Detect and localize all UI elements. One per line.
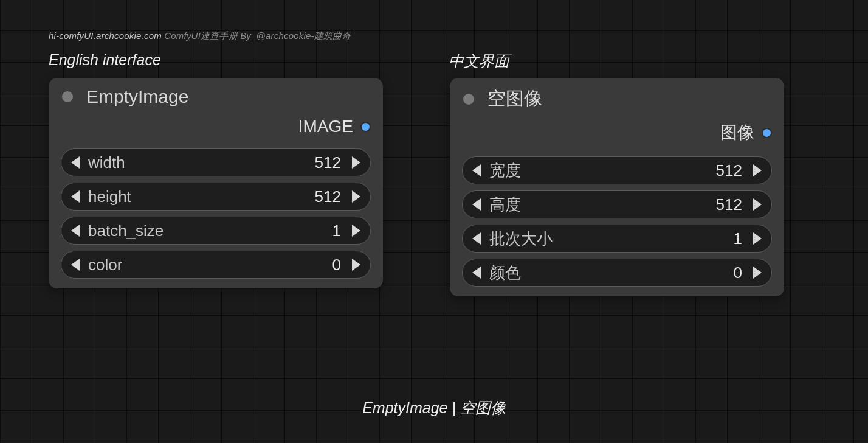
decrement-arrow-icon[interactable] [71, 156, 80, 169]
widget-label: height [88, 187, 131, 206]
section-label-chinese: 中文界面 [449, 51, 509, 71]
output-label: IMAGE [298, 117, 353, 136]
output-port-icon[interactable] [762, 128, 772, 138]
widget-color[interactable]: 颜色 0 [462, 259, 772, 287]
widget-color[interactable]: color 0 [61, 251, 371, 279]
widget-batch-size[interactable]: 批次大小 1 [462, 225, 772, 253]
watermark-domain: hi-comfyUI.archcookie.com [49, 30, 162, 41]
decrement-arrow-icon[interactable] [472, 198, 481, 211]
increment-arrow-icon[interactable] [352, 156, 360, 169]
decrement-arrow-icon[interactable] [472, 232, 481, 245]
increment-arrow-icon[interactable] [753, 232, 762, 245]
output-row: IMAGE [49, 113, 383, 142]
increment-arrow-icon[interactable] [753, 164, 762, 176]
increment-arrow-icon[interactable] [352, 190, 360, 203]
decrement-arrow-icon[interactable] [71, 259, 80, 271]
widget-value[interactable]: 512 [137, 187, 341, 206]
widget-value[interactable]: 0 [128, 256, 341, 274]
widget-label: batch_size [88, 221, 164, 240]
widget-height[interactable]: height 512 [61, 183, 371, 211]
output-port-icon[interactable] [360, 122, 371, 132]
watermark-text: hi-comfyUI.archcookie.com ComfyUI速查手册 By… [49, 30, 351, 42]
node-emptyimage-zh[interactable]: 空图像 图像 宽度 512 高度 512 批次大小 1 颜色 0 [450, 78, 784, 296]
node-header[interactable]: 空图像 [450, 78, 784, 117]
widget-label: 批次大小 [489, 228, 553, 249]
widget-height[interactable]: 高度 512 [462, 190, 772, 218]
increment-arrow-icon[interactable] [352, 259, 360, 271]
widget-label: color [88, 256, 122, 274]
decrement-arrow-icon[interactable] [71, 225, 80, 237]
widget-value[interactable]: 1 [559, 229, 742, 248]
status-dot-icon [62, 91, 73, 102]
watermark-rest: ComfyUI速查手册 By_@archcookie-建筑曲奇 [162, 30, 351, 41]
widget-label: width [88, 153, 125, 172]
widget-value[interactable]: 0 [527, 263, 742, 282]
node-emptyimage-en[interactable]: EmptyImage IMAGE width 512 height 512 ba… [49, 78, 383, 288]
widget-width[interactable]: width 512 [61, 148, 371, 176]
increment-arrow-icon[interactable] [352, 225, 360, 237]
widget-value[interactable]: 512 [527, 161, 742, 180]
node-header[interactable]: EmptyImage [49, 78, 383, 113]
widget-value[interactable]: 1 [170, 221, 341, 240]
section-label-english: English interface [49, 51, 161, 69]
widget-label: 颜色 [489, 262, 521, 284]
widget-width[interactable]: 宽度 512 [462, 156, 772, 184]
output-row: 图像 [450, 117, 784, 150]
node-title: EmptyImage [86, 86, 188, 107]
decrement-arrow-icon[interactable] [472, 267, 481, 279]
widget-batch-size[interactable]: batch_size 1 [61, 217, 371, 245]
decrement-arrow-icon[interactable] [472, 164, 481, 176]
widget-label: 高度 [489, 194, 521, 215]
decrement-arrow-icon[interactable] [71, 190, 80, 203]
widget-label: 宽度 [489, 160, 521, 181]
increment-arrow-icon[interactable] [753, 198, 762, 211]
output-label: 图像 [720, 121, 754, 144]
increment-arrow-icon[interactable] [753, 267, 762, 279]
caption: EmptyImage | 空图像 [0, 398, 868, 418]
widget-value[interactable]: 512 [131, 153, 341, 172]
widget-value[interactable]: 512 [527, 195, 742, 214]
status-dot-icon [463, 94, 474, 105]
node-title: 空图像 [487, 86, 542, 111]
